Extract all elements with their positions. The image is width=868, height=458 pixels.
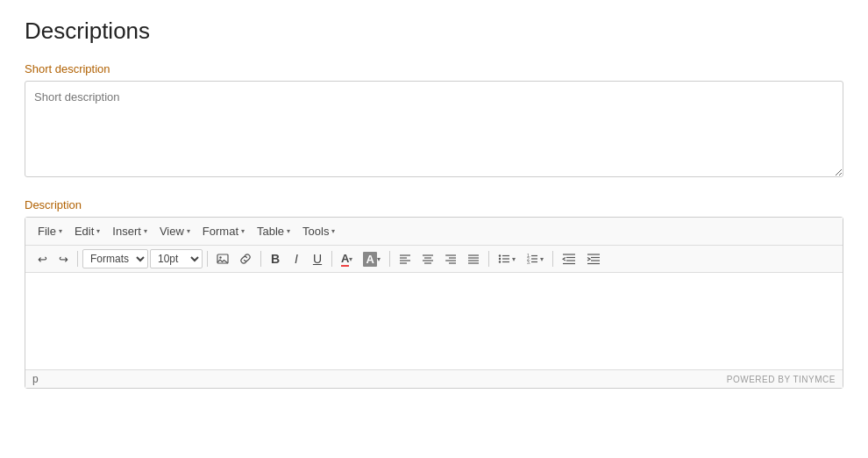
svg-point-20 [499, 261, 501, 262]
menu-format[interactable]: Format ▾ [197, 222, 250, 240]
svg-point-18 [499, 254, 501, 256]
menu-insert-arrow: ▾ [144, 227, 147, 235]
italic-button[interactable]: I [287, 249, 306, 268]
align-justify-button[interactable] [463, 249, 484, 268]
redo-button[interactable]: ↪ [53, 249, 73, 268]
svg-text:3.: 3. [527, 260, 530, 265]
indent-button[interactable] [582, 249, 605, 268]
align-left-icon [399, 253, 411, 265]
bold-button[interactable]: B [266, 249, 285, 268]
image-icon [217, 253, 229, 265]
link-button[interactable] [235, 249, 256, 268]
menu-table-arrow: ▾ [287, 227, 290, 235]
toolbar-sep-3 [260, 251, 261, 267]
toolbar-sep-7 [552, 251, 553, 267]
short-description-label: Short description [25, 62, 843, 75]
highlight-button[interactable]: A ▾ [359, 249, 384, 268]
align-center-button[interactable] [417, 249, 438, 268]
editor-container: File ▾ Edit ▾ Insert ▾ View ▾ Format ▾ T… [25, 217, 843, 389]
align-right-icon [445, 253, 457, 265]
menu-table[interactable]: Table ▾ [252, 222, 295, 240]
underline-button[interactable]: U [308, 249, 327, 268]
editor-content-area[interactable] [25, 273, 843, 369]
editor-footer: p POWERED BY TINYMCE [25, 369, 843, 388]
link-icon [239, 253, 252, 265]
menu-view-arrow: ▾ [187, 227, 190, 235]
indent-icon [587, 253, 601, 265]
ordered-list-icon: 1. 2. 3. [526, 253, 538, 265]
align-center-icon [422, 253, 434, 265]
highlight-icon: A [363, 252, 376, 267]
ordered-list-button[interactable]: 1. 2. 3. ▾ [522, 249, 548, 268]
svg-point-19 [499, 258, 501, 260]
menu-format-arrow: ▾ [241, 227, 245, 235]
toolbar-sep-6 [488, 251, 489, 267]
short-description-section: Short description [25, 62, 843, 177]
toolbar-sep-1 [77, 251, 78, 267]
bullet-list-button[interactable]: ▾ [494, 249, 520, 268]
fontsize-select[interactable]: 10pt [150, 249, 203, 268]
menu-file-arrow: ▾ [59, 227, 62, 235]
menu-file[interactable]: File ▾ [32, 222, 68, 240]
svg-point-1 [219, 256, 221, 258]
align-justify-icon [467, 253, 480, 265]
undo-button[interactable]: ↩ [32, 249, 52, 268]
editor-brand: POWERED BY TINYMCE [727, 375, 836, 384]
toolbar-sep-4 [331, 251, 332, 267]
align-right-button[interactable] [440, 249, 461, 268]
outdent-icon [562, 253, 576, 265]
toolbar-sep-2 [207, 251, 208, 267]
fontcolor-button[interactable]: A ▾ [337, 249, 357, 268]
bullet-list-icon [498, 253, 510, 265]
editor-tag: p [32, 373, 39, 385]
description-label: Description [25, 198, 843, 211]
editor-toolbar: ↩ ↪ Formats 10pt [25, 246, 843, 273]
align-left-button[interactable] [395, 249, 416, 268]
menu-edit-arrow: ▾ [96, 227, 100, 235]
description-section: Description File ▾ Edit ▾ Insert ▾ View … [25, 198, 843, 389]
short-description-input[interactable] [25, 81, 843, 177]
ordered-list-arrow: ▾ [540, 255, 544, 263]
highlight-arrow-icon: ▾ [377, 255, 381, 263]
formats-select[interactable]: Formats [82, 249, 148, 268]
fontcolor-icon: A [341, 252, 349, 267]
image-button[interactable] [212, 249, 233, 268]
page-title: Descriptions [25, 18, 843, 45]
outdent-button[interactable] [558, 249, 580, 268]
menu-edit[interactable]: Edit ▾ [69, 222, 105, 240]
menu-view[interactable]: View ▾ [154, 222, 196, 240]
bullet-list-arrow: ▾ [512, 255, 516, 263]
editor-menubar: File ▾ Edit ▾ Insert ▾ View ▾ Format ▾ T… [25, 218, 843, 246]
toolbar-sep-5 [389, 251, 390, 267]
menu-tools[interactable]: Tools ▾ [297, 222, 340, 240]
menu-tools-arrow: ▾ [331, 227, 335, 235]
menu-insert[interactable]: Insert ▾ [107, 222, 153, 240]
fontcolor-arrow-icon: ▾ [349, 255, 352, 263]
